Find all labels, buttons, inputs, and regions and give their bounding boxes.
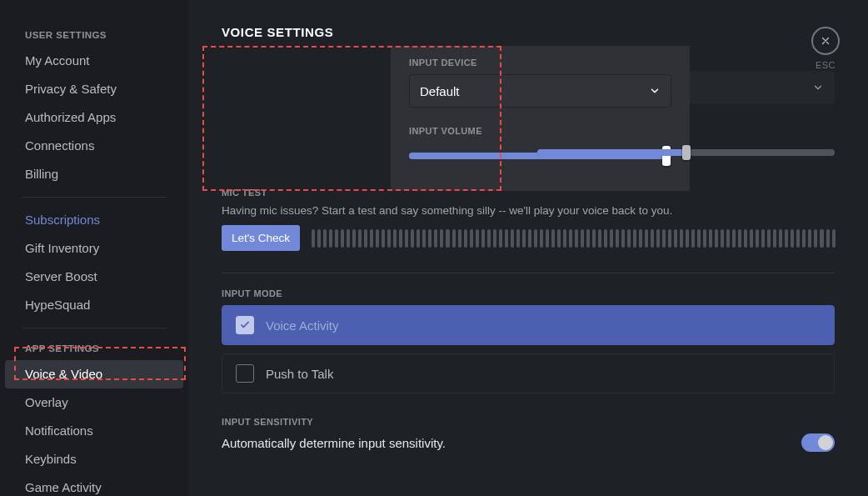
sidebar-item-game-activity[interactable]: Game Activity xyxy=(5,473,183,496)
input-mode-label: INPUT MODE xyxy=(222,288,835,298)
settings-sidebar: USER SETTINGS My Account Privacy & Safet… xyxy=(0,0,188,496)
mic-test-description: Having mic issues? Start a test and say … xyxy=(222,204,835,217)
content-divider xyxy=(222,273,835,273)
mode-push-to-talk-label: Push to Talk xyxy=(266,367,333,381)
page-title: VOICE SETTINGS xyxy=(222,25,835,39)
sidebar-item-authorized-apps[interactable]: Authorized Apps xyxy=(5,103,183,132)
auto-sensitivity-toggle[interactable] xyxy=(801,433,835,452)
toggle-knob xyxy=(818,435,833,450)
input-mode-push-to-talk[interactable]: Push to Talk xyxy=(222,353,835,393)
sidebar-item-voice-video[interactable]: Voice & Video xyxy=(5,360,183,388)
settings-content: ESC VOICE SETTINGS INPUT DEVICE Default … xyxy=(188,0,868,496)
sidebar-item-hypesquad[interactable]: HypeSquad xyxy=(5,291,183,319)
auto-sensitivity-text: Automatically determine input sensitivit… xyxy=(222,436,446,450)
sidebar-item-privacy-safety[interactable]: Privacy & Safety xyxy=(5,75,183,103)
mode-voice-activity-label: Voice Activity xyxy=(266,318,339,333)
mic-test-button[interactable]: Let's Check xyxy=(222,225,300,251)
output-volume-slider[interactable] xyxy=(537,149,835,156)
sidebar-item-server-boost[interactable]: Server Boost xyxy=(5,263,183,291)
sidebar-item-keybinds[interactable]: Keybinds xyxy=(5,445,183,473)
input-sensitivity-label: INPUT SENSITIVITY xyxy=(222,417,835,427)
sidebar-item-subscriptions[interactable]: Subscriptions xyxy=(5,206,183,234)
sidebar-item-gift-inventory[interactable]: Gift Inventory xyxy=(5,234,183,263)
input-device-panel: INPUT DEVICE Default INPUT VOLUME xyxy=(391,46,690,191)
checkbox-checked-icon xyxy=(236,316,254,334)
sidebar-divider xyxy=(22,197,167,198)
slider-thumb[interactable] xyxy=(682,145,691,160)
sidebar-item-billing[interactable]: Billing xyxy=(5,160,183,188)
chevron-down-icon xyxy=(812,82,824,93)
input-device-value: Default xyxy=(420,84,460,98)
sidebar-item-connections[interactable]: Connections xyxy=(5,132,183,160)
checkbox-unchecked-icon xyxy=(236,364,254,383)
sidebar-divider xyxy=(22,328,167,328)
input-mode-voice-activity[interactable]: Voice Activity xyxy=(222,305,835,345)
section-header-user-settings: USER SETTINGS xyxy=(5,23,183,47)
input-device-select[interactable]: Default xyxy=(409,74,671,108)
sidebar-item-my-account[interactable]: My Account xyxy=(5,47,183,75)
close-button[interactable] xyxy=(811,27,840,55)
sidebar-item-overlay[interactable]: Overlay xyxy=(5,388,183,417)
esc-label: ESC xyxy=(811,60,840,70)
input-volume-label: INPUT VOLUME xyxy=(409,126,671,136)
mic-level-meter xyxy=(312,229,835,248)
sidebar-item-notifications[interactable]: Notifications xyxy=(5,417,183,445)
close-icon xyxy=(820,35,831,47)
close-settings: ESC xyxy=(811,27,840,70)
input-device-label: INPUT DEVICE xyxy=(409,58,671,68)
chevron-down-icon xyxy=(649,85,661,97)
section-header-app-settings: APP SETTINGS xyxy=(5,337,183,360)
